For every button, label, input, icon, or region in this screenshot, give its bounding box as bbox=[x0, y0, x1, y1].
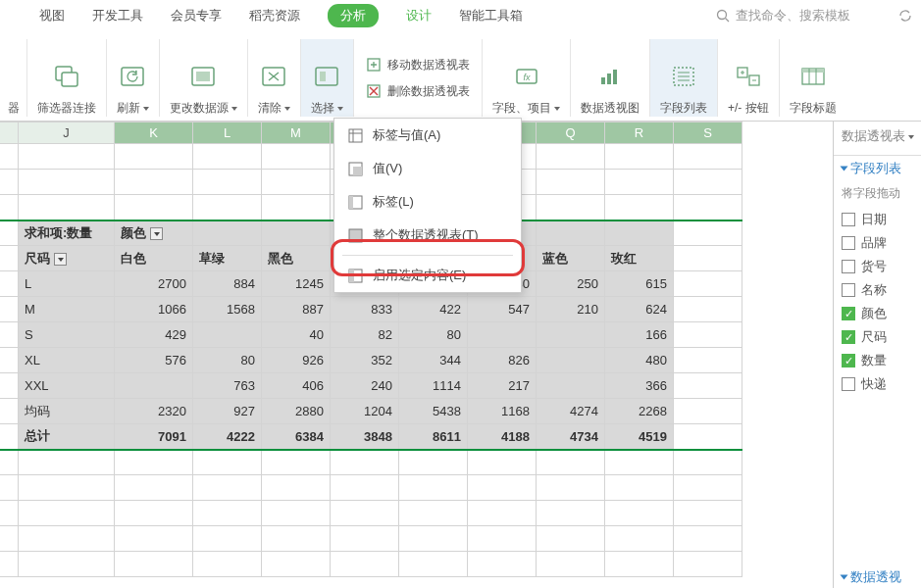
filter-dropdown-icon[interactable] bbox=[54, 253, 67, 266]
menu-dev[interactable]: 开发工具 bbox=[92, 7, 143, 24]
panel-hint: 将字段拖动 bbox=[842, 181, 921, 208]
field-label: 快递 bbox=[861, 375, 887, 393]
field-checkbox[interactable] bbox=[842, 283, 855, 297]
pivot-col-header: 玫红 bbox=[605, 246, 674, 271]
pivot-col-header: 白色 bbox=[115, 246, 193, 271]
column-header[interactable]: M bbox=[262, 122, 331, 144]
pivot-data-cell: 250 bbox=[537, 271, 605, 297]
table-all-icon bbox=[348, 228, 363, 243]
ribbon-field-header[interactable]: 字段标题 bbox=[780, 39, 846, 117]
field-row[interactable]: 数量 bbox=[842, 349, 921, 372]
field-row[interactable]: 颜色 bbox=[842, 302, 921, 325]
pivot-data-cell: 80 bbox=[193, 348, 262, 373]
menu-view[interactable]: 视图 bbox=[39, 7, 65, 24]
pivot-data-cell: 5438 bbox=[399, 399, 468, 424]
column-header[interactable]: L bbox=[193, 122, 262, 144]
table-cells-icon bbox=[348, 128, 363, 143]
panel-field-list-title[interactable]: 字段列表 bbox=[842, 156, 921, 181]
ribbon-move-pivot[interactable]: 移动数据透视表 bbox=[366, 57, 470, 74]
pivot-data-cell: 166 bbox=[605, 322, 674, 348]
field-checkbox[interactable] bbox=[842, 307, 855, 320]
ribbon-field-list[interactable]: 字段列表 bbox=[650, 39, 718, 117]
column-header[interactable]: R bbox=[605, 122, 674, 144]
ribbon-fields-items[interactable]: fx 字段、项目 bbox=[483, 39, 571, 117]
svg-rect-11 bbox=[320, 72, 326, 81]
fields-items-icon: fx bbox=[511, 61, 542, 92]
pivot-color-label[interactable]: 颜色 bbox=[115, 220, 193, 246]
ribbon-clear[interactable]: 清除 bbox=[248, 39, 301, 117]
pivot-data-cell: 80 bbox=[399, 322, 468, 348]
ribbon-filter-conn[interactable]: 筛选器连接 bbox=[27, 39, 107, 117]
ribbon-delete-pivot[interactable]: 删除数据透视表 bbox=[366, 83, 470, 100]
menu-analyze[interactable]: 分析 bbox=[328, 4, 379, 27]
field-label: 品牌 bbox=[861, 234, 887, 252]
pivot-total-cell: 6384 bbox=[262, 424, 331, 450]
field-label: 颜色 bbox=[861, 305, 887, 322]
field-row[interactable]: 货号 bbox=[842, 255, 921, 278]
field-label: 货号 bbox=[861, 258, 887, 275]
field-checkbox[interactable] bbox=[842, 260, 855, 273]
field-row[interactable]: 名称 bbox=[842, 278, 921, 302]
field-checkbox[interactable] bbox=[842, 330, 855, 344]
column-header[interactable]: Q bbox=[537, 122, 605, 144]
pivot-data-cell: 1066 bbox=[115, 297, 193, 322]
field-row[interactable]: 尺码 bbox=[842, 325, 921, 349]
pivot-col-header: 草绿 bbox=[193, 246, 262, 271]
field-row[interactable]: 品牌 bbox=[842, 231, 921, 255]
pivot-total-cell: 4519 bbox=[605, 424, 674, 450]
dd-values[interactable]: 值(V) bbox=[334, 152, 521, 185]
menu-design[interactable]: 设计 bbox=[406, 7, 432, 24]
column-header[interactable]: K bbox=[115, 122, 193, 144]
pivot-row-label: M bbox=[19, 297, 115, 322]
field-checkbox[interactable] bbox=[842, 354, 855, 368]
ribbon-slicer[interactable]: 器 bbox=[0, 39, 27, 117]
command-search[interactable]: 查找命令、搜索模板 bbox=[716, 7, 850, 24]
pivot-data-cell bbox=[537, 373, 605, 399]
svg-point-0 bbox=[718, 11, 727, 20]
pivot-measure-label: 求和项:数量 bbox=[19, 220, 115, 246]
pivot-size-label[interactable]: 尺码 bbox=[19, 246, 115, 271]
select-icon bbox=[312, 61, 343, 92]
dd-labels[interactable]: 标签(L) bbox=[334, 185, 521, 219]
filter-connection-icon bbox=[51, 61, 82, 92]
column-header[interactable]: J bbox=[19, 122, 115, 144]
field-row[interactable]: 快递 bbox=[842, 372, 921, 396]
filter-dropdown-icon[interactable] bbox=[150, 227, 163, 240]
field-label: 数量 bbox=[861, 352, 887, 369]
pivot-row-label: XL bbox=[19, 348, 115, 373]
field-checkbox[interactable] bbox=[842, 213, 855, 226]
dd-enable-selection[interactable]: 启用选定内容(E) bbox=[334, 259, 521, 292]
pivot-data-cell: 763 bbox=[193, 373, 262, 399]
pivot-data-cell: 2880 bbox=[262, 399, 331, 424]
pivot-data-cell: 1114 bbox=[399, 373, 468, 399]
dd-labels-values[interactable]: 标签与值(A) bbox=[334, 119, 521, 152]
pivot-data-cell: 406 bbox=[262, 373, 331, 399]
menu-tools[interactable]: 智能工具箱 bbox=[459, 7, 523, 24]
change-source-icon bbox=[188, 61, 220, 92]
ribbon-refresh[interactable]: 刷新 bbox=[107, 39, 160, 117]
ribbon-change-source[interactable]: 更改数据源 bbox=[160, 39, 248, 117]
pivot-data-cell: 624 bbox=[605, 297, 674, 322]
dd-entire[interactable]: 整个数据透视表(T) bbox=[334, 219, 521, 252]
pivot-row-label: L bbox=[19, 271, 115, 297]
pivot-data-cell: 1245 bbox=[262, 271, 331, 297]
panel-title[interactable]: 数据透视表 bbox=[842, 127, 921, 151]
menu-member[interactable]: 会员专享 bbox=[171, 7, 222, 24]
sync-icon[interactable] bbox=[897, 8, 913, 24]
ribbon-pivot-chart[interactable]: 数据透视图 bbox=[571, 39, 650, 117]
field-row[interactable]: 日期 bbox=[842, 208, 921, 231]
ribbon-pivot-ops: 移动数据透视表 删除数据透视表 bbox=[354, 39, 483, 117]
panel-areas-title[interactable]: 数据透视 bbox=[842, 564, 921, 588]
ribbon-select[interactable]: 选择 bbox=[301, 39, 354, 117]
field-checkbox[interactable] bbox=[842, 236, 855, 250]
menu-docer[interactable]: 稻壳资源 bbox=[249, 7, 300, 24]
pivot-data-cell: 833 bbox=[331, 297, 399, 322]
field-header-icon bbox=[797, 61, 829, 92]
field-label: 日期 bbox=[861, 211, 887, 228]
field-checkbox[interactable] bbox=[842, 377, 855, 391]
main-menu: 视图 开发工具 会员专享 稻壳资源 分析 设计 智能工具箱 查找命令、搜索模板 bbox=[0, 0, 921, 31]
refresh-icon bbox=[118, 61, 149, 92]
column-header[interactable]: S bbox=[674, 122, 742, 144]
ribbon-plus-minus[interactable]: +/- 按钮 bbox=[718, 39, 780, 117]
enable-selection-icon bbox=[348, 269, 363, 283]
